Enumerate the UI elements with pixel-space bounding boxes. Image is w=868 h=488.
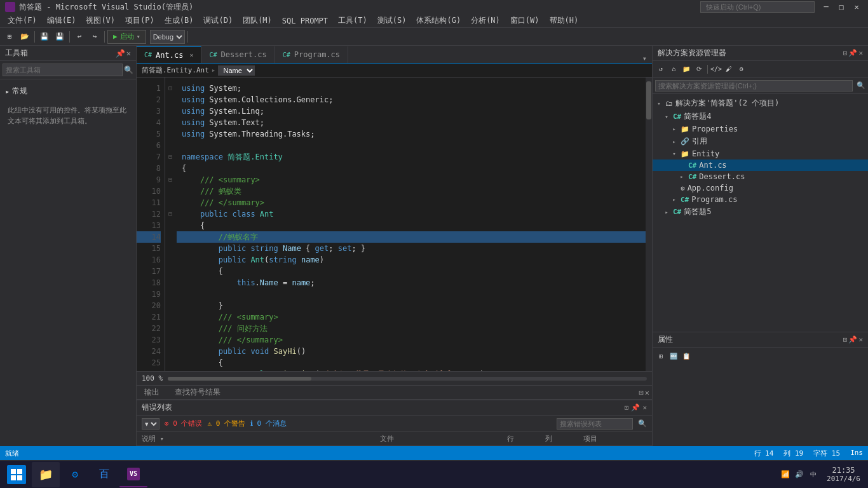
se-pin-button[interactable]: 📌 [848,49,857,57]
se-entity-folder[interactable]: ▾ 📁 Entity [653,148,868,159]
start-debug-button[interactable]: ▶ 启动 ▾ [107,30,146,44]
se-dessert-cs[interactable]: ▸ C# Dessert.cs [653,171,868,182]
menu-build[interactable]: 生成(B) [159,14,199,27]
redo-button[interactable]: ↪ [88,30,102,44]
se-float-button[interactable]: ⊡ [843,49,848,57]
output-tab[interactable]: 输出 [137,386,167,399]
close-button[interactable]: ✕ [850,2,863,12]
prop-float-button[interactable]: ⊡ [843,336,848,344]
menu-test[interactable]: 测试(S) [372,14,412,27]
fold-7[interactable]: ⊟ [165,151,175,163]
fold-9[interactable]: ⊟ [165,174,175,186]
system-clock[interactable]: 21:35 2017/4/6 [822,466,865,483]
maximize-button[interactable]: □ [835,2,848,12]
se-designer-button[interactable]: 🖌 [723,64,735,75]
tab-dropdown-button[interactable]: ▾ [640,54,649,63]
se-show-all-button[interactable]: 📁 [681,64,692,75]
se-project-5[interactable]: ▸ C# 简答题5 [653,205,868,219]
start-button[interactable] [3,462,31,487]
se-close-button[interactable]: ✕ [858,49,863,57]
toolbox-pin-button[interactable]: 📌 [116,49,125,58]
fold-spacer-3 [165,105,175,117]
col-file[interactable]: 文件 [380,434,507,444]
prop-alpha-button[interactable]: 🔤 [668,350,679,362]
prop-categorized-button[interactable]: ⊞ [655,350,667,362]
se-view-code-button[interactable]: </> [710,64,722,75]
network-icon[interactable]: 📶 [780,469,791,480]
col-project[interactable]: 项目 [583,434,647,444]
se-filter-button[interactable]: ⚙ [736,64,747,75]
tab-ant-cs[interactable]: C# Ant.cs ✕ [137,46,201,63]
se-program-cs[interactable]: ▸ C# Program.cs [653,194,868,205]
se-search-input[interactable] [655,80,853,92]
horizontal-scrollbar[interactable] [168,377,647,381]
fold-12[interactable]: ⊟ [165,208,175,220]
menu-sqlprompt[interactable]: SQL PROMPT [277,14,333,27]
se-refresh-button[interactable]: ⟳ [693,64,705,75]
menu-arch[interactable]: 体系结构(G) [411,14,466,27]
tab-dessert-cs[interactable]: C# Dessert.cs [201,46,275,63]
undo-button[interactable]: ↩ [72,30,86,44]
se-ant-cs[interactable]: C# Ant.cs [653,159,868,171]
prop-pages-button[interactable]: 📋 [681,350,692,362]
se-solution-root[interactable]: ▾ 🗂 解决方案'简答题'(2 个项目) [653,97,868,110]
vertical-scrollbar[interactable] [646,78,652,371]
prop-close-button[interactable]: ✕ [858,336,863,344]
tab-program-cs[interactable]: C# Program.cs [275,46,348,63]
find-results-tab[interactable]: 查找符号结果 [167,386,228,399]
breadcrumb-name-select[interactable]: Name [218,65,255,76]
se-sync-button[interactable]: ↺ [655,64,667,75]
col-line[interactable]: 行 [507,434,545,444]
error-list-toolbar: ▾ ⊗ 0 个错误 ⚠ 0 个警告 ℹ 0 个消息 🔍 [137,416,652,432]
menu-debug[interactable]: 调试(D) [198,14,238,27]
toolbox-search-input[interactable] [3,64,123,76]
save-all-button[interactable]: 💾 [53,30,67,44]
menu-view[interactable]: 视图(V) [81,14,120,27]
col-description[interactable]: 说明 ▾ [142,434,380,444]
tab-close-ant[interactable]: ✕ [189,51,193,58]
menu-tools[interactable]: 工具(T) [333,14,372,27]
menu-team[interactable]: 团队(M) [238,14,277,27]
error-search-input[interactable] [557,418,633,430]
code-editor[interactable]: 1 2 3 4 5 6 7 8 9 10 11 12 13 [137,78,646,371]
new-project-button[interactable]: ⊞ [3,30,17,44]
col-col[interactable]: 列 [545,434,583,444]
menu-window[interactable]: 窗口(W) [505,14,545,27]
h-scroll-thumb[interactable] [168,377,311,381]
debug-config-select[interactable]: Debug [150,30,185,44]
prop-pin-button[interactable]: 📌 [848,336,857,344]
toolbox-group-general[interactable]: ▸ 常规 [5,85,131,98]
se-app-config[interactable]: ⚙ App.config [653,182,868,194]
menu-help[interactable]: 帮助(H) [545,14,584,27]
quick-launch-input[interactable] [700,1,815,13]
se-references[interactable]: ▸ 🔗 引用 [653,135,868,148]
code-line-23: /// </summary> [182,334,641,346]
error-list-pin-button[interactable]: 📌 [631,403,640,412]
se-home-button[interactable]: ⌂ [668,64,679,75]
bottom-float-button[interactable]: ⊡ [639,388,644,397]
taskbar-baidu[interactable]: 百 [90,462,118,487]
menu-analyze[interactable]: 分析(N) [466,14,505,27]
input-method-icon[interactable]: 中 [808,469,819,480]
menu-project[interactable]: 项目(P) [120,14,159,27]
taskbar-settings[interactable]: ⚙ [61,462,89,487]
se-properties[interactable]: ▸ 📁 Properties [653,123,868,135]
error-list-float-button[interactable]: ⊡ [625,403,629,412]
error-filter-select[interactable]: ▾ [142,418,159,430]
v-scroll-thumb[interactable] [646,81,651,119]
volume-icon[interactable]: 🔊 [794,469,805,480]
bottom-close-button[interactable]: ✕ [645,388,649,397]
error-list-close-button[interactable]: ✕ [642,403,647,412]
open-file-button[interactable]: 📂 [18,30,32,44]
menu-file[interactable]: 文件(F) [3,14,42,27]
toolbox-close-button[interactable]: ✕ [126,49,131,58]
code-content[interactable]: ⊟ ⊟ ⊟ ⊟ [165,78,646,371]
fold-1[interactable]: ⊟ [165,83,175,94]
taskbar-vs[interactable]: VS [119,462,147,487]
minimize-button[interactable]: ─ [820,2,832,12]
se-search-bar: 🔍 [653,78,868,94]
se-project-4[interactable]: ▾ C# 简答题4 [653,110,868,123]
taskbar-file-explorer[interactable]: 📁 [32,462,60,487]
menu-edit[interactable]: 编辑(E) [42,14,81,27]
save-button[interactable]: 💾 [37,30,51,44]
